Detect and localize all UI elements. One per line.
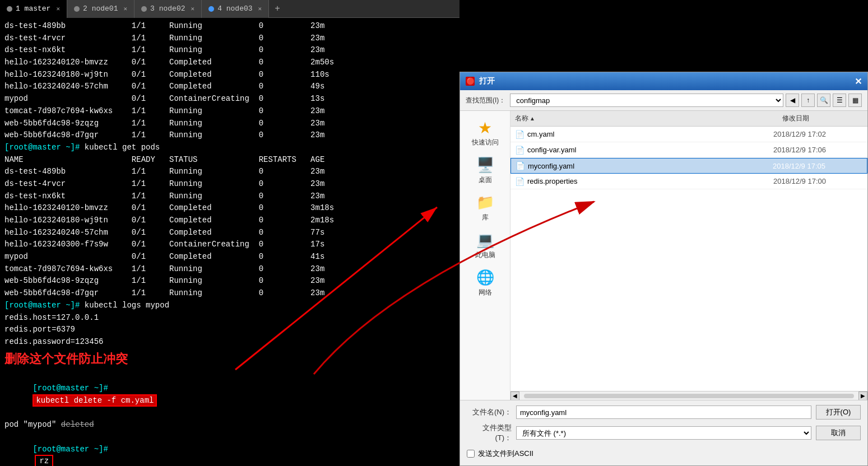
terminal-line: web-5bb6fd4c98-9zqzg 1/1 Running 0 23m [4,275,455,287]
column-name[interactable]: 名称 ▲ [510,113,778,124]
tab-node02[interactable]: 3 node02 ✕ [134,0,202,18]
pod-deleted-line: pod "mypod" deleted [4,419,455,431]
terminal-line: web-5bb6fd4c98-d7gqr 1/1 Running 0 23m [4,129,455,142]
terminal-line: [root@master ~]# kubectl get pods [4,142,455,154]
file-icon-config-var: 📄 [515,146,524,155]
terminal-line: hello-1623240180-wj9tn 0/1 Completed 0 2… [4,215,455,227]
filename-row: 文件名(N)： 打开(O) [467,405,861,420]
file-name-redis: redis.properties [527,177,773,185]
terminal-line: web-5bb6fd4c98-d7gqr 1/1 Running 0 23m [4,287,455,300]
annotation-area: 删除这个文件防止冲突 [4,350,455,369]
terminal-line: mypod 0/1 ContainerCreating 0 13s [4,93,455,105]
terminal-line: hello-1623240240-57chm 0/1 Completed 0 4… [4,81,455,93]
tab-label-node03: 4 node03 [217,4,252,13]
tab-close-node03[interactable]: ✕ [258,5,262,12]
file-date-config-var: 2018/12/9 17:06 [773,146,863,154]
filetype-label: 文件类型(T)： [467,423,512,443]
tab-close-node02[interactable]: ✕ [191,5,195,12]
toolbar-view-button[interactable]: ☰ [833,94,846,107]
sidebar-item-label-network: 网络 [479,288,492,297]
scroll-track [524,394,854,398]
file-row-myconfig[interactable]: 📄 myconfig.yaml 2018/12/9 17:05 [510,158,867,174]
network-icon: 🌐 [476,269,494,287]
terminal-line: redis.port=6379 [4,324,455,336]
tab-node01[interactable]: 2 node01 ✕ [67,0,134,18]
file-icon-redis: 📄 [515,177,524,186]
terminal-line: ds-test-489bb 1/1 Running 0 23m [4,166,455,178]
terminal-line: hello-1623240120-bmvzz 0/1 Completed 0 3… [4,202,455,215]
checkbox-row: 发送文件到ASCII [467,446,861,461]
file-date-cm: 2018/12/9 17:02 [773,130,863,138]
terminal-line: hello-1623240300-f7s9w 0/1 ContainerCrea… [4,239,455,251]
terminal-line: redis.host=127.0.0.1 [4,312,455,324]
sidebar-item-label-quickaccess: 快速访问 [472,138,499,147]
sidebar-item-label-computer: 此电脑 [475,250,495,260]
sidebar-item-computer[interactable]: 💻 此电脑 [463,229,508,262]
dialog-title-icon: 🔴 [466,77,475,86]
file-row-cm-yaml[interactable]: 📄 cm.yaml 2018/12/9 17:02 [510,127,867,142]
terminal-line: ds-test-4rvcr 1/1 Running 0 23m [4,32,455,45]
checkbox-label: 发送文件到ASCII [478,449,533,459]
desktop-icon: 🖥️ [476,156,494,174]
cancel-button[interactable]: 取消 [816,426,861,440]
file-name-myconfig: myconfig.yaml [528,162,773,170]
toolbar-search-button[interactable]: 🔍 [817,94,830,107]
terminal-line: hello-1623240120-bmvzz 0/1 Completed 0 2… [4,57,455,69]
open-button[interactable]: 打开(O) [816,405,861,420]
toolbar-view2-button[interactable]: ▦ [848,94,862,107]
filetype-select[interactable]: 所有文件 (*.*) [516,426,811,440]
file-date-myconfig: 2018/12/9 17:05 [773,162,862,170]
filename-input[interactable] [516,406,811,419]
tab-dot-node03 [208,6,214,12]
sidebar-item-label-library: 库 [482,213,489,222]
file-row-config-var[interactable]: 📄 config-var.yaml 2018/12/9 17:06 [510,142,867,158]
file-icon-cm: 📄 [515,130,524,139]
toolbar-back-button[interactable]: ◀ [786,94,799,107]
path-combo[interactable]: configmap [510,94,783,107]
terminal-line: mypod 0/1 Completed 0 41s [4,251,455,263]
sort-arrow-icon: ▲ [530,115,535,122]
terminal-line: ds-test-nx6kt 1/1 Running 0 23m [4,190,455,203]
terminal-line: ds-test-4rvcr 1/1 Running 0 23m [4,178,455,190]
filelist-header: 名称 ▲ 修改日期 [510,111,867,127]
horizontal-scrollbar[interactable]: ◀ ▶ [510,391,867,400]
star-icon: ★ [476,119,494,137]
tab-master[interactable]: 1 master ✕ [0,0,67,18]
filetype-row: 文件类型(T)： 所有文件 (*.*) 取消 [467,423,861,443]
sidebar-item-desktop[interactable]: 🖥️ 桌面 [463,154,508,187]
tab-label-node02: 3 node02 [150,4,185,13]
tab-label-master: 1 master [16,4,50,13]
sidebar-item-label-desktop: 桌面 [479,175,492,185]
terminal-content[interactable]: ds-test-489bb 1/1 Running 0 23m ds-test-… [0,18,459,466]
tab-close-node01[interactable]: ✕ [123,5,127,12]
dialog-title-text: 打开 [479,76,495,86]
toolbar-up-button[interactable]: ↑ [801,94,815,107]
sidebar-item-library[interactable]: 📁 库 [463,192,508,225]
sidebar-item-quickaccess[interactable]: ★ 快速访问 [463,116,508,150]
file-open-dialog: 🔴 打开 ✕ 查找范围(I)： configmap ◀ ↑ 🔍 ☰ ▦ ★ 快速… [459,72,868,466]
scroll-right-button[interactable]: ▶ [858,392,867,400]
terminal-window: 1 master ✕ 2 node01 ✕ 3 node02 ✕ 4 node0… [0,0,459,466]
dialog-toolbar: 查找范围(I)： configmap ◀ ↑ 🔍 ☰ ▦ [460,90,867,111]
tab-node03[interactable]: 4 node03 ✕ [202,0,269,18]
filelist-rows[interactable]: 📄 cm.yaml 2018/12/9 17:02 📄 config-var.y… [510,127,867,391]
scroll-left-button[interactable]: ◀ [510,392,519,400]
column-date[interactable]: 修改日期 [778,113,867,124]
file-date-redis: 2018/12/9 17:00 [773,177,863,185]
file-name-cm: cm.yaml [527,130,773,138]
delete-command-line: [root@master ~]# kubectl delete -f cm.ya… [4,371,455,420]
tab-close-master[interactable]: ✕ [56,5,60,12]
file-name-config-var: config-var.yaml [527,146,773,154]
file-icon-myconfig: 📄 [516,161,524,170]
sidebar-item-network[interactable]: 🌐 网络 [463,267,508,300]
file-row-redis-props[interactable]: 📄 redis.properties 2018/12/9 17:00 [510,174,867,189]
tab-label-node01: 2 node01 [83,4,118,13]
terminal-line: tomcat-7d987c7694-kw6xs 1/1 Running 0 23… [4,263,455,276]
tab-dot-master [7,6,12,12]
ascii-checkbox[interactable] [467,450,475,458]
dialog-close-button[interactable]: ✕ [855,76,862,87]
tab-add-button[interactable]: + [269,4,286,14]
dialog-sidebar: ★ 快速访问 🖥️ 桌面 📁 库 💻 此电脑 [460,111,510,400]
tab-dot-node02 [141,6,147,12]
dialog-titlebar: 🔴 打开 ✕ [460,72,867,90]
